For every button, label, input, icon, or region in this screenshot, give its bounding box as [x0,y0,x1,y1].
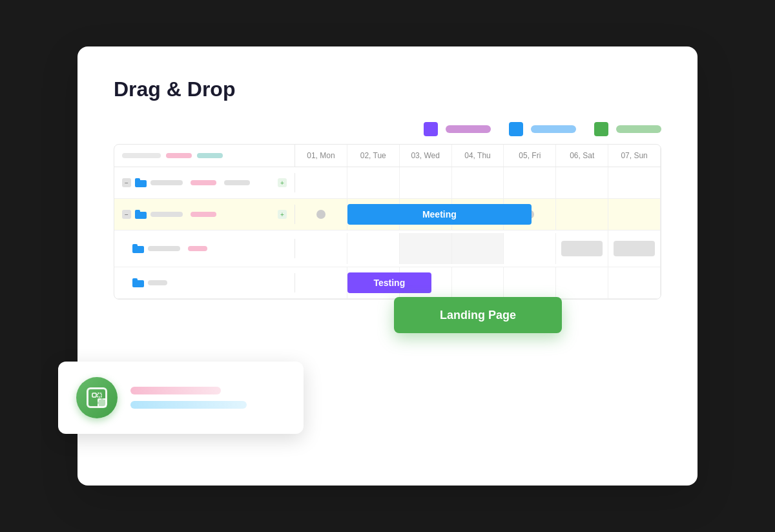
row-1-label: − + [114,173,295,192]
legend-swatch-blue [509,122,523,136]
row-3-text2 [188,246,207,251]
row-2-minus[interactable]: − [122,210,131,219]
gantt-header: 01, Mon 02, Tue 03, Wed 04, Thu 05, Fri … [114,145,661,167]
gantt-day-2: 02, Tue [347,145,400,167]
gantt-row-3 [114,230,661,267]
row-1-cell-6 [556,167,608,198]
row-3-cell-5 [504,233,556,264]
landing-page-label: Landing Page [440,309,516,322]
card-lines [130,387,285,409]
row-3-label [114,239,295,258]
row-3-cell-6 [556,230,608,267]
row-4-cell-1 [295,267,347,298]
row-4-label [114,273,295,292]
gantt-day-5: 05, Fri [504,145,556,167]
testing-bar[interactable]: Testing [347,272,431,293]
row-3-text1 [148,246,180,251]
row-2-text1 [150,212,183,217]
icon-svg [92,393,102,403]
row-4-cell-2: Testing [347,267,400,298]
gantt-day-4: 04, Thu [452,145,504,167]
main-card: Drag & Drop 01, Mon 02, Tue 03, Wed 04, … [78,46,698,486]
row-1-cell-7 [608,167,661,198]
row-3-cell-3 [400,233,452,264]
legend-swatch-purple [424,122,438,136]
drag-drop-icon [87,387,107,408]
legend-label-green [616,125,661,133]
gantt-header-left [114,145,295,167]
row-1-cell-3 [400,167,452,198]
row-1-add[interactable]: + [278,178,287,187]
svg-rect-0 [92,393,96,397]
gray-block-2 [614,241,655,256]
gantt-chart: 01, Mon 02, Tue 03, Wed 04, Thu 05, Fri … [114,144,661,300]
gantt-row-4: Testing [114,267,661,299]
folder-icon-2 [135,210,147,219]
meeting-label: Meeting [422,209,457,220]
row-2-text2 [191,212,216,217]
folder-icon-3 [132,244,144,253]
legend-label-purple [446,125,491,133]
row-2-add[interactable]: + [278,210,287,219]
landing-page-bar[interactable]: Landing Page [394,297,562,333]
green-circle-icon [76,377,118,418]
row-3-cell-4 [452,233,504,264]
page-title: Drag & Drop [114,77,661,101]
gantt-day-3: 03, Wed [400,145,452,167]
circle-dot-left [316,210,326,219]
header-pink-pill [166,153,192,158]
landing-page-card[interactable]: Landing Page [394,292,562,328]
row-2-cell-1 [295,199,347,230]
row-1-cell-4 [452,167,504,198]
row-4-cell-7 [608,267,661,298]
row-1-text3 [224,180,250,185]
row-1-text2 [191,180,216,185]
row-3-cell-7 [608,230,661,267]
gray-block-1 [561,241,603,256]
header-label-pill [122,153,161,158]
folder-icon-1 [135,178,147,187]
gantt-row-1: − + [114,167,661,199]
card-line-1 [130,387,221,394]
gantt-day-6: 06, Sat [556,145,608,167]
row-1-cell-2 [347,167,400,198]
row-3-cell-1 [295,233,347,264]
row-2-cell-7 [608,199,661,230]
legend-swatch-green [594,122,608,136]
header-teal-pill [197,153,223,158]
svg-rect-1 [98,393,101,397]
gantt-day-1: 01, Mon [295,145,347,167]
row-1-minus[interactable]: − [122,178,131,187]
row-3-cell-2 [347,233,400,264]
row-1-text1 [150,180,183,185]
row-1-cell-5 [504,167,556,198]
legend-row [114,122,661,136]
gantt-row-2: − + Meeting [114,199,661,230]
gantt-day-7: 07, Sun [608,145,661,167]
legend-label-blue [531,125,576,133]
row-2-cell-2: Meeting [347,199,400,230]
meeting-bar[interactable]: Meeting [347,204,532,225]
row-4-text1 [148,280,167,285]
row-2-cell-6 [556,199,608,230]
row-4-cell-6 [556,267,608,298]
floating-card [58,362,304,434]
row-1-cell-1 [295,167,347,198]
card-line-2 [130,401,247,409]
row-2-label: − + [114,205,295,224]
testing-label: Testing [373,278,405,288]
folder-icon-4 [132,278,144,287]
